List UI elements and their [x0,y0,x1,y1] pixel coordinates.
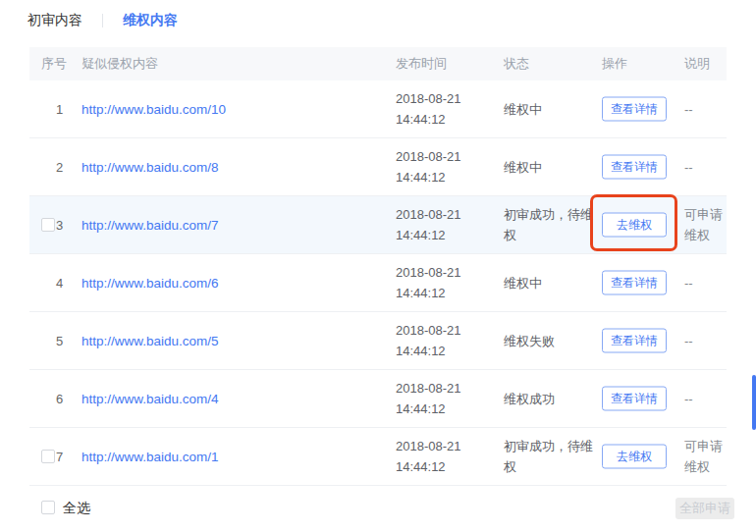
infringing-url-link[interactable]: http://www.baidu.com/8 [81,160,219,175]
go-protect-button[interactable]: 去维权 [602,213,667,238]
view-details-button[interactable]: 查看详情 [602,387,667,411]
publish-date: 2018-08-21 [396,320,489,341]
row-seq: 2 [56,160,63,175]
publish-date: 2018-08-21 [396,146,489,167]
header-seq: 序号 [41,47,67,80]
note-text: -- [684,273,731,293]
row-seq: 5 [56,334,63,348]
publish-time: 2018-08-21 14:44:12 [396,204,489,245]
scrollbar-thumb[interactable] [752,375,756,430]
publish-clock: 14:44:12 [396,283,489,303]
view-details-button[interactable]: 查看详情 [602,97,667,122]
apply-all-button[interactable]: 全部申请 [675,498,734,519]
status-text: 初审成功，待维权 [504,204,598,245]
publish-time: 2018-08-21 14:44:12 [396,378,489,419]
row-seq: 6 [56,392,63,406]
publish-date: 2018-08-21 [396,88,489,109]
rights-protection-page: 初审内容 维权内容 序号 疑似侵权内容 发布时间 状态 操作 说明 1 http… [0,0,756,532]
publish-clock: 14:44:12 [396,167,489,187]
row-seq: 1 [56,102,63,117]
table-row: 3 http://www.baidu.com/7 2018-08-21 14:4… [29,196,727,254]
publish-date: 2018-08-21 [396,204,489,225]
status-text: 维权成功 [504,389,598,409]
table-header-row: 序号 疑似侵权内容 发布时间 状态 操作 说明 [29,47,727,80]
view-details-button[interactable]: 查看详情 [602,155,667,180]
infringing-url-link[interactable]: http://www.baidu.com/4 [81,392,219,406]
go-protect-button[interactable]: 去维权 [602,445,667,469]
status-text: 维权中 [504,99,598,120]
table-row: 4 http://www.baidu.com/6 2018-08-21 14:4… [29,254,727,312]
table-row: 7 http://www.baidu.com/1 2018-08-21 14:4… [29,428,727,486]
table-row: 5 http://www.baidu.com/5 2018-08-21 14:4… [29,312,727,370]
header-note: 说明 [684,47,710,80]
publish-clock: 14:44:12 [396,341,489,361]
publish-clock: 14:44:12 [396,399,489,419]
infringement-table: 序号 疑似侵权内容 发布时间 状态 操作 说明 1 http://www.bai… [29,47,727,486]
note-text: -- [684,157,731,178]
row-seq: 4 [56,276,63,291]
row-checkbox[interactable] [41,218,55,232]
table-row: 1 http://www.baidu.com/10 2018-08-21 14:… [29,80,727,138]
table-row: 2 http://www.baidu.com/8 2018-08-21 14:4… [29,138,727,196]
note-text: 可申请维权 [684,436,731,477]
publish-time: 2018-08-21 14:44:12 [396,320,489,361]
publish-time: 2018-08-21 14:44:12 [396,146,489,187]
publish-time: 2018-08-21 14:44:12 [396,88,489,130]
publish-date: 2018-08-21 [396,378,489,399]
publish-clock: 14:44:12 [396,109,489,130]
infringing-url-link[interactable]: http://www.baidu.com/7 [81,218,219,233]
select-all-label: 全选 [63,500,90,517]
note-text: -- [684,389,731,409]
row-seq: 3 [56,218,63,233]
view-details-button[interactable]: 查看详情 [602,271,667,295]
tab-rights-protection-content[interactable]: 维权内容 [123,12,178,29]
view-details-button[interactable]: 查看详情 [602,329,667,353]
infringing-url-link[interactable]: http://www.baidu.com/5 [81,334,219,348]
header-status: 状态 [504,47,529,80]
tab-divider [102,14,103,27]
infringing-url-link[interactable]: http://www.baidu.com/10 [81,102,226,117]
tab-bar: 初审内容 维权内容 [27,11,178,30]
table-row: 6 http://www.baidu.com/4 2018-08-21 14:4… [29,370,727,428]
header-publish-time: 发布时间 [396,47,447,80]
note-text: -- [684,331,731,351]
row-checkbox[interactable] [41,450,55,463]
publish-time: 2018-08-21 14:44:12 [396,262,489,303]
status-text: 维权中 [504,273,598,293]
row-seq: 7 [56,450,63,464]
publish-date: 2018-08-21 [396,262,489,283]
status-text: 维权失败 [504,331,598,351]
publish-clock: 14:44:12 [396,225,489,245]
publish-clock: 14:44:12 [396,456,489,477]
header-content: 疑似侵权内容 [81,47,158,80]
note-text: -- [684,99,731,120]
status-text: 维权中 [504,157,598,178]
status-text: 初审成功，待维权 [504,436,598,477]
header-action: 操作 [602,47,627,80]
note-text: 可申请维权 [684,204,731,245]
infringing-url-link[interactable]: http://www.baidu.com/1 [81,450,219,464]
publish-date: 2018-08-21 [396,436,489,456]
select-all-checkbox[interactable] [41,501,55,514]
infringing-url-link[interactable]: http://www.baidu.com/6 [81,276,219,291]
publish-time: 2018-08-21 14:44:12 [396,436,489,477]
tab-first-review-content[interactable]: 初审内容 [27,12,82,29]
